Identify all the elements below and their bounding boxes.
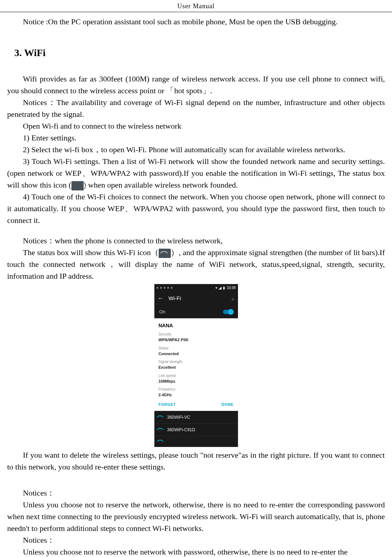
notices-label-2: Notices： [7,534,385,546]
signal-icon: ◢ [219,285,222,290]
notices-label-1: Notices： [7,487,385,499]
status-dot-icon [164,287,165,289]
freq-value: 2.4GHz [159,392,234,398]
dialog-ssid: NANA [159,322,234,329]
wifi-toggle[interactable] [223,310,233,314]
dialog-actions: FORGET DONE [159,402,234,408]
wifi-network-item[interactable]: 360WiFi-VC [154,411,238,423]
back-arrow-icon[interactable]: ← [158,294,164,303]
wifi-status-icon: ▾ [215,285,217,290]
paragraph-4: 1) Enter settings. [7,132,385,144]
notice-top: Notice :On the PC operation assistant to… [7,16,385,28]
paragraph-8: Notices：when the phone is connected to t… [7,235,385,247]
dialog-speed-row: Link speed 108Mbps [159,373,234,384]
status-dot-icon [167,287,169,289]
freq-label: Frequency [159,387,234,392]
wifi-details-dialog: NANA Security WPA/WPA2 PSK Status Connec… [154,318,238,411]
wifi-network-item[interactable] [154,436,238,447]
section-title: 3. WiFi [14,45,385,60]
status-value: Connected [159,351,234,357]
security-value: WPA/WPA2 PSK [159,337,234,343]
wifi-signal-icon [159,439,164,444]
phone-screenshot: ▾ ◢ ▮ 10:38 ← Wi-Fi ⌕ On NANA Security W… [7,284,385,447]
wifi-screen-title: Wi-Fi [169,294,227,303]
dialog-freq-row: Frequency 2.4GHz [159,387,234,398]
paragraph-6: 3) Touch Wi-Fi settings. Then a list of … [7,155,385,191]
paragraph-12: Unless you choose not to reserve the net… [7,546,385,557]
done-button[interactable]: DONE [222,402,234,408]
dialog-signal-row: Signal strength Excellent [159,359,234,370]
forget-button[interactable]: FORGET [159,402,176,408]
speed-label: Link speed [159,373,234,378]
dialog-status-row: Status Connected [159,345,234,357]
signal-value: Excellent [159,364,234,370]
status-dot-icon [157,287,158,289]
wifi-signal-icon [159,427,164,432]
speed-value: 108Mbps [159,378,234,384]
paragraph-7: 4) Touch one of the Wi-Fi choices to con… [7,191,385,226]
wifi-unknown-icon [71,181,84,190]
wifi-network-item[interactable]: 360WiFi-C91D [154,423,238,436]
paragraph-10: If you want to delete the wireless setti… [7,449,385,473]
dialog-security-row: Security WPA/WPA2 PSK [159,332,234,343]
paragraph-9: The status box will show this Wi-Fi icon… [7,247,385,282]
wifi-network-name: 360WiFi-VC [167,414,190,421]
search-icon[interactable]: ⌕ [232,295,234,302]
phone-statusbar: ▾ ◢ ▮ 10:38 [154,284,238,291]
phone-frame: ▾ ◢ ▮ 10:38 ← Wi-Fi ⌕ On NANA Security W… [154,284,238,447]
statusbar-time: 10:38 [227,285,235,290]
wifi-signal-icon [159,415,164,420]
statusbar-right: ▾ ◢ ▮ 10:38 [215,285,235,290]
paragraph-9a: The status box will show this Wi-Fi icon… [23,248,159,257]
wifi-on-label: On [159,308,165,315]
page-header: User Manual [0,0,392,12]
header-title: User Manual [177,3,214,10]
paragraph-11: Unless you choose not to reserve the net… [7,499,385,534]
wifi-icon [159,249,171,258]
paragraph-2: Notices：The availability and coverage of… [7,96,385,120]
page-content: Notice :On the PC operation assistant to… [0,12,392,557]
signal-label: Signal strength [159,359,234,364]
status-label: Status [159,345,234,351]
security-label: Security [159,332,234,337]
wifi-network-name: 360WiFi-C91D [167,427,195,433]
paragraph-1: Wifi provides as far as 300feet (100M) r… [7,73,385,96]
statusbar-left [157,287,173,289]
status-dot-icon [160,287,162,289]
battery-icon: ▮ [223,285,225,290]
paragraph-5: 2) Select the wi-fi box，to open Wi-Fi. P… [7,144,385,155]
status-dot-icon [171,287,173,289]
wifi-screen-header: ← Wi-Fi ⌕ [154,291,238,305]
paragraph-3: Open Wi-fi and to connect to the wireles… [7,120,385,132]
paragraph-6b: ) when open available wireless network f… [84,180,238,189]
wifi-toggle-row: On [154,305,238,318]
